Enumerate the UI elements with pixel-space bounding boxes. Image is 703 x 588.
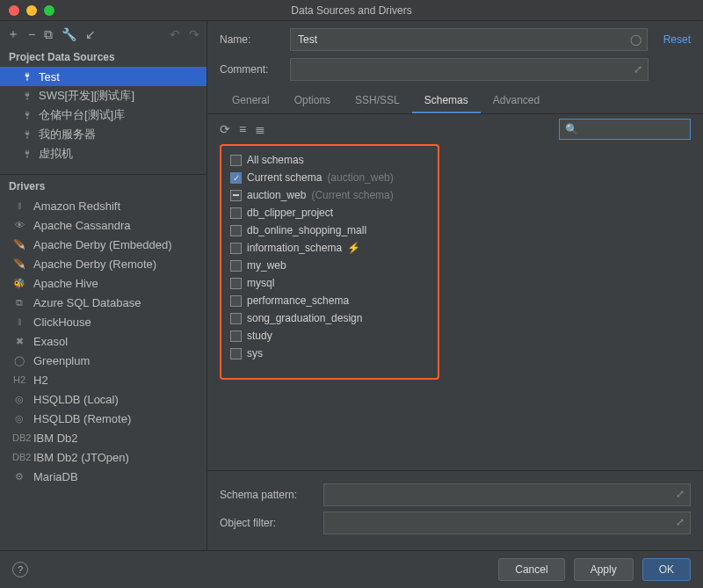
driver-label: H2 xyxy=(33,374,48,387)
expand-icon[interactable]: ⤢ xyxy=(676,516,685,528)
schema-row[interactable]: my_web xyxy=(225,257,434,274)
maximize-icon[interactable] xyxy=(44,5,54,16)
refresh-icon[interactable]: ⟳ xyxy=(220,122,230,136)
tab-advanced[interactable]: Advanced xyxy=(481,89,552,113)
data-source-item[interactable]: 我的服务器 xyxy=(0,125,207,144)
data-source-label: 仓储中台[测试]库 xyxy=(39,107,125,123)
schema-row[interactable]: performance_schema xyxy=(225,292,434,309)
collapse-tree-icon[interactable]: ≣ xyxy=(255,122,265,136)
driver-label: Apache Hive xyxy=(33,277,98,290)
schema-checkbox[interactable] xyxy=(230,207,242,219)
schema-row[interactable]: All schemas xyxy=(225,151,434,169)
driver-item[interactable]: H2H2 xyxy=(0,370,207,389)
tab-options[interactable]: Options xyxy=(282,89,343,113)
driver-item[interactable]: ⦀Amazon Redshift xyxy=(0,196,207,215)
driver-item[interactable]: 🐝Apache Hive xyxy=(0,273,207,293)
schema-search-field[interactable] xyxy=(582,123,685,136)
driver-item[interactable]: ◎HSQLDB (Local) xyxy=(0,389,207,409)
help-icon[interactable]: ? xyxy=(12,562,28,577)
data-source-item[interactable]: SWS[开发][测试库] xyxy=(0,86,207,105)
redo-icon[interactable]: ↷ xyxy=(189,27,199,41)
driver-item[interactable]: ⧉Azure SQL Database xyxy=(0,293,207,312)
schema-checkbox[interactable] xyxy=(230,348,242,359)
driver-label: HSQLDB (Local) xyxy=(33,393,119,406)
driver-item[interactable]: ⦀ClickHouse xyxy=(0,312,207,331)
schema-pattern-input[interactable]: ⤢ xyxy=(323,483,691,506)
driver-item[interactable]: 👁Apache Cassandra xyxy=(0,215,207,235)
driver-icon: ⧉ xyxy=(12,297,26,309)
tab-sshssl[interactable]: SSH/SSL xyxy=(343,89,412,113)
expand-icon[interactable]: ⤢ xyxy=(634,63,642,76)
driver-item[interactable]: ◯Greenplum xyxy=(0,351,207,370)
window-controls xyxy=(9,5,54,16)
driver-item[interactable]: DB2IBM Db2 xyxy=(0,428,207,447)
copy-icon[interactable]: ⧉ xyxy=(44,27,53,42)
datasource-icon xyxy=(21,109,33,121)
schema-checkbox[interactable] xyxy=(230,295,242,307)
schema-search-input[interactable]: 🔍 xyxy=(559,119,691,140)
remove-icon[interactable]: − xyxy=(28,27,35,41)
minimize-icon[interactable] xyxy=(26,5,37,16)
driver-item[interactable]: 🪶Apache Derby (Embedded) xyxy=(0,235,207,254)
add-icon[interactable]: ＋ xyxy=(7,26,19,42)
driver-icon: ⚙ xyxy=(12,471,26,483)
schema-label: auction_web xyxy=(247,189,306,201)
schema-checkbox[interactable] xyxy=(230,260,242,272)
apply-button[interactable]: Apply xyxy=(574,558,634,581)
color-badge-icon[interactable]: ◯ xyxy=(630,33,641,46)
reset-link[interactable]: Reset xyxy=(663,33,691,46)
driver-label: Amazon Redshift xyxy=(33,200,120,213)
name-input[interactable]: Test ◯ xyxy=(290,28,648,51)
driver-item[interactable]: ⚙MariaDB xyxy=(0,467,207,486)
schema-checkbox[interactable] xyxy=(230,278,242,289)
driver-icon: DB2 xyxy=(12,452,26,462)
schema-checkbox[interactable] xyxy=(230,313,242,324)
schema-row[interactable]: song_graduation_design xyxy=(225,309,434,327)
schema-row[interactable]: study xyxy=(225,327,434,345)
driver-item[interactable]: ✖Exasol xyxy=(0,331,207,351)
schema-row[interactable]: auction_web (Current schema) xyxy=(225,186,434,204)
data-source-item[interactable]: Test xyxy=(0,67,207,86)
data-source-item[interactable]: 仓储中台[测试]库 xyxy=(0,105,207,125)
schema-checkbox[interactable] xyxy=(230,225,242,236)
schema-checkbox[interactable] xyxy=(230,155,242,166)
schema-row[interactable]: db_clipper_project xyxy=(225,204,434,221)
data-source-label: SWS[开发][测试库] xyxy=(39,88,134,104)
comment-input[interactable]: ⤢ xyxy=(290,58,649,81)
tab-schemas[interactable]: Schemas xyxy=(412,89,481,113)
schema-label: study xyxy=(247,330,272,342)
driver-label: HSQLDB (Remote) xyxy=(33,412,131,425)
name-label: Name: xyxy=(220,33,281,46)
ok-button[interactable]: OK xyxy=(642,558,691,581)
wrench-icon[interactable]: 🔧 xyxy=(62,27,76,41)
driver-item[interactable]: DB2IBM Db2 (JTOpen) xyxy=(0,447,207,467)
driver-icon: ◎ xyxy=(12,394,26,405)
object-filter-input[interactable]: ⤢ xyxy=(323,512,691,534)
close-icon[interactable] xyxy=(9,5,19,16)
undo-icon[interactable]: ↶ xyxy=(170,27,180,41)
schema-row[interactable]: information_schema ⚡ xyxy=(225,239,434,257)
schema-row[interactable]: mysql xyxy=(225,274,434,292)
expand-icon[interactable]: ⤢ xyxy=(676,488,685,500)
schema-row[interactable]: ✓Current schema (auction_web) xyxy=(225,169,434,186)
schema-checkbox[interactable] xyxy=(230,190,242,201)
driver-item[interactable]: ◎HSQLDB (Remote) xyxy=(0,409,207,428)
driver-icon: 🐝 xyxy=(12,278,26,289)
schema-checkbox[interactable] xyxy=(230,243,242,254)
data-source-item[interactable]: 虚拟机 xyxy=(0,144,207,163)
window-title: Data Sources and Drivers xyxy=(0,4,703,17)
driver-item[interactable]: 🪶Apache Derby (Remote) xyxy=(0,254,207,273)
schema-checkbox[interactable]: ✓ xyxy=(230,172,242,184)
cancel-button[interactable]: Cancel xyxy=(498,558,564,581)
revert-icon[interactable]: ↙ xyxy=(85,27,96,41)
schema-row[interactable]: db_online_shopping_mall xyxy=(225,221,434,239)
datasource-icon xyxy=(21,148,33,160)
expand-tree-icon[interactable]: ≡ xyxy=(239,122,246,136)
schema-row[interactable]: sys xyxy=(225,345,434,362)
tab-general[interactable]: General xyxy=(220,89,282,113)
project-sources-header: Project Data Sources xyxy=(0,47,207,67)
comment-row: Comment: ⤢ xyxy=(207,58,703,88)
schema-checkbox[interactable] xyxy=(230,330,242,342)
driver-label: Exasol xyxy=(33,335,68,348)
driver-icon: ⦀ xyxy=(12,316,26,328)
